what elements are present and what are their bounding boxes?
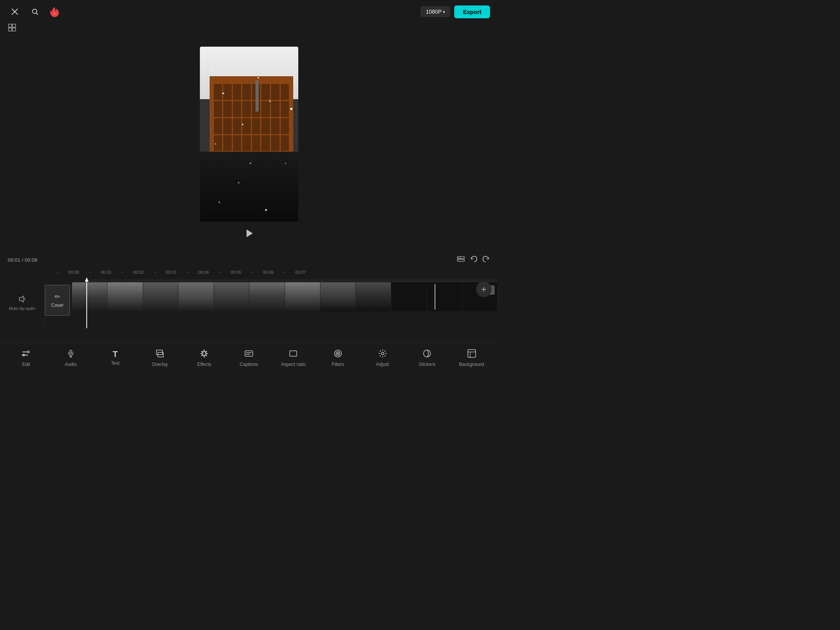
toolbar-item-filters[interactable]: Filters xyxy=(324,349,352,367)
toolbar-item-edit[interactable]: Edit xyxy=(12,349,40,367)
header-right: 1080P ▾ Export xyxy=(420,5,490,18)
clip-frame xyxy=(107,282,143,312)
chimney xyxy=(256,80,259,112)
cover-thumbnail[interactable]: ✏ Cover xyxy=(45,285,70,316)
window xyxy=(261,101,270,117)
window xyxy=(223,101,232,117)
add-track-button[interactable]: + xyxy=(476,282,492,297)
toolbar-item-audio[interactable]: Audio xyxy=(57,349,84,367)
adjust-label: Adjust xyxy=(376,362,389,367)
clip-frame xyxy=(249,282,285,312)
track-controls: Mute clip audio xyxy=(0,278,45,328)
window xyxy=(261,118,270,134)
redo-button[interactable] xyxy=(482,255,490,265)
current-time: 00:01 xyxy=(8,257,21,263)
resolution-label: 1080P xyxy=(426,9,441,15)
window xyxy=(271,118,280,134)
edit-icon xyxy=(21,349,31,360)
clip-frames xyxy=(72,282,498,312)
preview-area xyxy=(0,23,498,264)
video-clip[interactable]: ▶ xyxy=(72,282,498,312)
window xyxy=(252,118,261,134)
ruler-mark-3: 00:03 xyxy=(144,270,176,275)
play-button-container xyxy=(243,228,254,242)
clip-frame xyxy=(72,282,107,312)
window xyxy=(271,84,280,100)
aspect-ratio-icon xyxy=(289,349,298,360)
total-time: 00:08 xyxy=(24,257,37,263)
timeline-tracks: Mute clip audio ✏ Cover xyxy=(0,278,498,328)
window xyxy=(214,118,222,134)
window xyxy=(281,135,289,151)
video-preview xyxy=(200,47,298,222)
toolbar-item-text[interactable]: T Text xyxy=(102,350,129,366)
toolbar-item-background[interactable]: Background xyxy=(458,349,485,367)
scene xyxy=(200,47,298,222)
clip-frame xyxy=(143,282,178,312)
svg-point-42 xyxy=(337,353,339,354)
overlay-icon xyxy=(155,349,164,360)
toolbar-item-captions[interactable]: Captions xyxy=(235,349,262,367)
toolbar-item-effects[interactable]: Effects xyxy=(191,349,218,367)
svg-point-30 xyxy=(28,351,30,353)
svg-marker-27 xyxy=(19,296,23,302)
clip-layout-button[interactable] xyxy=(457,255,465,265)
play-button[interactable] xyxy=(243,228,254,242)
timeline: 00:01 / 00:08 xyxy=(0,253,498,342)
captions-label: Captions xyxy=(240,362,258,367)
cover-label: Cover xyxy=(51,303,63,308)
toolbar-item-overlay[interactable]: Overlay xyxy=(146,349,173,367)
ruler-mark-6: 00:06 xyxy=(241,270,273,275)
svg-point-40 xyxy=(334,350,341,357)
window xyxy=(271,101,280,117)
window xyxy=(223,118,232,134)
window xyxy=(252,135,261,151)
svg-rect-24 xyxy=(457,259,464,261)
window xyxy=(281,118,289,134)
search-button[interactable] xyxy=(28,5,42,19)
timeline-controls: 00:01 / 00:08 xyxy=(0,253,498,267)
toolbar-item-stickers[interactable]: Stickers xyxy=(413,349,441,367)
mute-icon xyxy=(18,295,26,305)
clip-frame xyxy=(320,282,356,312)
ruler-marks: 00:00 00:01 00:02 00:03 00:04 00:05 00:0… xyxy=(47,270,498,275)
svg-marker-22 xyxy=(247,229,253,237)
window xyxy=(214,84,222,100)
svg-rect-36 xyxy=(245,351,253,356)
resolution-button[interactable]: 1080P ▾ xyxy=(420,6,450,17)
window xyxy=(242,84,251,100)
svg-rect-45 xyxy=(468,350,476,357)
toolbar-item-adjust[interactable]: Adjust xyxy=(369,349,396,367)
resolution-chevron: ▾ xyxy=(443,10,445,14)
toolbar-item-aspect-ratio[interactable]: Aspect ratio xyxy=(280,349,307,367)
clip-frame xyxy=(178,282,214,312)
close-button[interactable] xyxy=(8,5,22,19)
window xyxy=(271,135,280,151)
window xyxy=(223,84,232,100)
water xyxy=(200,152,298,222)
clip-frame xyxy=(285,282,320,312)
effects-label: Effects xyxy=(197,362,211,367)
undo-button[interactable] xyxy=(470,255,478,265)
captions-icon xyxy=(244,349,254,360)
ruler-mark-7: 00:07 xyxy=(274,270,306,275)
background-label: Background xyxy=(459,362,484,367)
window xyxy=(214,101,222,117)
window xyxy=(233,84,242,100)
window xyxy=(242,135,251,151)
mute-clip-audio-button[interactable]: Mute clip audio xyxy=(9,295,35,311)
window xyxy=(233,135,242,151)
svg-point-43 xyxy=(382,352,384,355)
effects-icon xyxy=(200,349,209,360)
cover-edit-icon: ✏ xyxy=(54,292,60,301)
audio-label: Audio xyxy=(65,362,77,367)
header: 1080P ▾ Export xyxy=(0,0,498,23)
add-track-icon: + xyxy=(481,284,486,295)
track-content: ✏ Cover ▶ xyxy=(45,278,498,328)
window xyxy=(233,101,242,117)
ruler-mark-4: 00:04 xyxy=(177,270,209,275)
export-button[interactable]: Export xyxy=(454,5,490,18)
aspect-ratio-label: Aspect ratio xyxy=(281,362,306,367)
filters-icon xyxy=(333,349,343,360)
clip-frame xyxy=(427,282,462,312)
